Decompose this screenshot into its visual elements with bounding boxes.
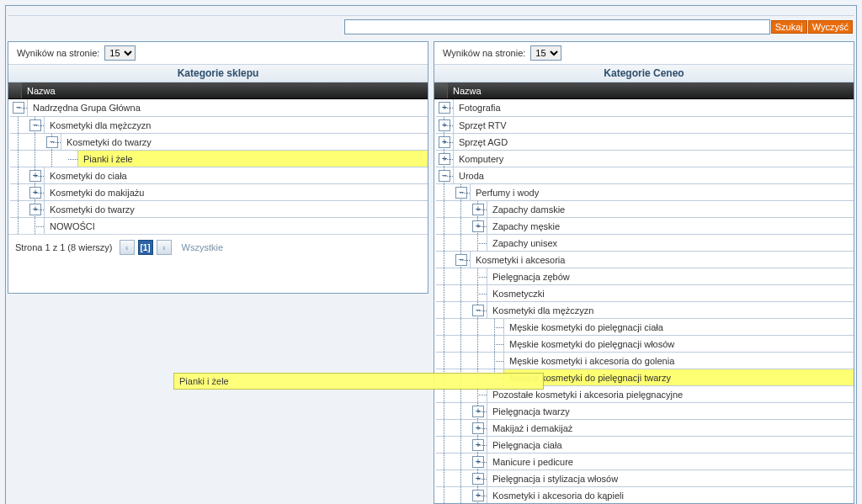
collapse-icon[interactable]: − bbox=[472, 305, 484, 316]
table-row[interactable]: Męskie kosmetyki i akcesoria do golenia bbox=[436, 352, 854, 369]
table-row[interactable]: +Sprzęt AGD bbox=[436, 133, 854, 150]
panel-shop-categories: Wyników na stronie: 15 Kategorie sklepu … bbox=[8, 41, 428, 294]
tree-label[interactable]: Kosmetyki do ciała bbox=[44, 167, 428, 183]
expand-icon[interactable]: + bbox=[439, 153, 450, 165]
panel-top-left: Wyników na stronie: 15 bbox=[8, 42, 428, 64]
tree-label[interactable]: Pielęgnacja ciała bbox=[487, 437, 854, 453]
expand-icon[interactable]: + bbox=[472, 439, 484, 451]
table-row[interactable]: −Kosmetyki dla mężczyzn bbox=[436, 301, 854, 318]
table-row[interactable]: Zapachy unisex bbox=[436, 234, 854, 251]
tree-label[interactable]: Kosmetyki do makijażu bbox=[44, 184, 428, 200]
tree-label[interactable]: Męskie kosmetyki i akcesoria do golenia bbox=[503, 353, 854, 369]
tree-label[interactable]: Kosmetyki do twarzy bbox=[44, 201, 428, 217]
tree-label[interactable]: Makijaż i demakijaż bbox=[487, 420, 854, 436]
tree-label-drop-target[interactable]: Męskie kosmetyki do pielęgnacji twarzy bbox=[503, 369, 854, 385]
table-row[interactable]: −Uroda bbox=[436, 167, 854, 183]
tree-label[interactable]: Męskie kosmetyki do pielęgnacji ciała bbox=[503, 319, 854, 335]
tree-label[interactable]: Pielęgnacja twarzy bbox=[487, 403, 854, 419]
expand-icon[interactable]: + bbox=[439, 102, 450, 114]
tree-label[interactable]: Kosmetyki dla mężczyzn bbox=[487, 302, 854, 318]
tree-label[interactable]: Kosmetyki i akcesoria do kąpieli bbox=[487, 487, 854, 503]
collapse-icon[interactable]: − bbox=[46, 136, 58, 148]
expand-icon[interactable]: + bbox=[472, 204, 484, 215]
clear-button[interactable]: Wyczyść bbox=[808, 20, 853, 34]
grid-header-left: Nazwa bbox=[8, 82, 428, 99]
expand-icon[interactable]: + bbox=[29, 187, 41, 199]
search-button[interactable]: Szukaj bbox=[771, 20, 807, 34]
tree-label[interactable]: Pielęgnacja zębów bbox=[487, 268, 854, 284]
tree-label[interactable]: Zapachy damskie bbox=[487, 201, 854, 217]
tree-label[interactable]: Kosmetyki dla mężczyzn bbox=[44, 117, 428, 133]
expand-icon[interactable]: + bbox=[472, 406, 484, 417]
expand-icon[interactable]: + bbox=[439, 136, 450, 148]
per-page-select-right[interactable]: 15 bbox=[530, 45, 561, 61]
table-row[interactable]: + Kosmetyki do twarzy bbox=[10, 200, 428, 217]
tree-label[interactable]: Nadrzędna Grupa Główna bbox=[27, 99, 428, 116]
expand-icon[interactable]: + bbox=[439, 119, 450, 131]
tree-label[interactable]: Sprzęt AGD bbox=[453, 134, 854, 150]
search-input[interactable] bbox=[344, 19, 770, 34]
tree-label[interactable]: NOWOŚCI bbox=[44, 218, 428, 234]
tree-label[interactable]: Komputery bbox=[453, 151, 854, 167]
table-row[interactable]: Pielęgnacja zębów bbox=[436, 268, 854, 284]
table-row[interactable]: − Kosmetyki dla mężczyzn bbox=[10, 116, 428, 133]
tree-label[interactable]: Zapachy unisex bbox=[487, 235, 854, 251]
tree-label-selected[interactable]: Pianki i żele bbox=[77, 151, 428, 167]
tree-label[interactable]: Sprzęt RTV bbox=[453, 117, 854, 133]
tree-label[interactable]: Męskie kosmetyki do pielęgnacji włosów bbox=[503, 336, 854, 352]
tree-label[interactable]: Kosmetyki do twarzy bbox=[61, 134, 428, 150]
table-row[interactable]: +Komputery bbox=[436, 150, 854, 167]
tree-label[interactable]: Kosmetyki i akcesoria bbox=[470, 252, 854, 268]
tree-label[interactable]: Manicure i pedicure bbox=[487, 454, 854, 470]
tree-label[interactable]: Perfumy i wody bbox=[470, 184, 854, 200]
table-row[interactable]: + Kosmetyki do makijażu bbox=[10, 183, 428, 200]
table-row[interactable]: +Makijaż i demakijaż bbox=[436, 419, 854, 436]
pager-all[interactable]: Wszystkie bbox=[182, 242, 224, 252]
collapse-icon[interactable]: − bbox=[455, 254, 467, 266]
table-row[interactable]: +Pielęgnacja ciała bbox=[436, 436, 854, 453]
collapse-icon[interactable]: − bbox=[13, 102, 24, 114]
pager-page-current[interactable]: [1] bbox=[138, 240, 153, 255]
table-row[interactable]: + Kosmetyki do ciała bbox=[10, 167, 428, 183]
table-row[interactable]: +Zapachy męskie bbox=[436, 217, 854, 234]
expand-icon[interactable]: + bbox=[472, 473, 484, 485]
tree-label[interactable]: Fotografia bbox=[453, 99, 854, 116]
table-row[interactable]: +Kosmetyki i akcesoria do kąpieli bbox=[436, 486, 854, 503]
collapse-icon[interactable]: − bbox=[455, 187, 467, 199]
top-divider bbox=[8, 8, 854, 16]
table-row[interactable]: −Kosmetyki i akcesoria bbox=[436, 251, 854, 268]
collapse-icon[interactable]: − bbox=[439, 170, 450, 182]
tree-label[interactable]: Zapachy męskie bbox=[487, 218, 854, 234]
drag-ghost[interactable]: Pianki i żele bbox=[173, 373, 544, 390]
per-page-label: Wyników na stronie: bbox=[17, 48, 99, 58]
collapse-icon[interactable]: − bbox=[29, 119, 41, 131]
table-row[interactable]: +Pielęgnacja i stylizacja włosów bbox=[436, 470, 854, 486]
table-row[interactable]: +Sprzęt RTV bbox=[436, 116, 854, 133]
table-row[interactable]: +Zapachy damskie bbox=[436, 200, 854, 217]
expand-icon[interactable]: + bbox=[472, 220, 484, 232]
expand-icon[interactable]: + bbox=[472, 456, 484, 468]
tree-label[interactable]: Pielęgnacja i stylizacja włosów bbox=[487, 470, 854, 486]
table-row[interactable]: Męskie kosmetyki do pielęgnacji ciała bbox=[436, 318, 854, 335]
app-frame: Szukaj Wyczyść Wyników na stronie: 15 Ka… bbox=[5, 5, 857, 504]
tree-label[interactable]: Kosmetyczki bbox=[487, 285, 854, 301]
table-row[interactable]: − Nadrzędna Grupa Główna bbox=[10, 99, 428, 116]
table-row[interactable]: +Manicure i pedicure bbox=[436, 453, 854, 470]
table-row[interactable]: − Kosmetyki do twarzy bbox=[10, 133, 428, 150]
table-row[interactable]: +Pielęgnacja twarzy bbox=[436, 402, 854, 419]
table-row[interactable]: +Fotografia bbox=[436, 99, 854, 116]
expand-icon[interactable]: + bbox=[472, 422, 484, 434]
table-row[interactable]: NOWOŚCI bbox=[10, 217, 428, 234]
table-row[interactable]: Kosmetyczki bbox=[436, 284, 854, 301]
table-row[interactable]: Pianki i żele bbox=[10, 150, 428, 167]
expand-icon[interactable]: + bbox=[29, 204, 41, 215]
expand-icon[interactable]: + bbox=[29, 170, 41, 182]
expand-icon[interactable]: + bbox=[472, 490, 484, 501]
per-page-select-left[interactable]: 15 bbox=[104, 45, 136, 61]
table-row[interactable]: −Perfumy i wody bbox=[436, 183, 854, 200]
pager-summary: Strona 1 z 1 (8 wierszy) bbox=[15, 242, 113, 252]
table-row[interactable]: Męskie kosmetyki do pielęgnacji włosów bbox=[436, 335, 854, 352]
pager-prev[interactable]: ‹ bbox=[120, 240, 135, 255]
tree-label[interactable]: Uroda bbox=[453, 167, 854, 183]
pager-next[interactable]: › bbox=[157, 240, 172, 255]
